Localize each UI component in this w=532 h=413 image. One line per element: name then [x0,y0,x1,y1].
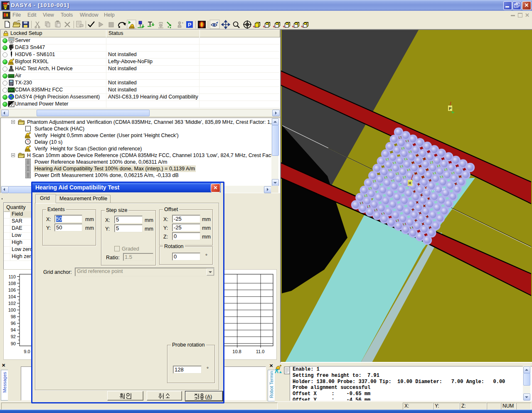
svg-text:H: H [409,181,411,186]
svg-text:9.0: 9.0 [24,349,30,354]
svg-text:110: 110 [8,274,16,279]
svg-text:P: P [449,106,452,111]
svg-text:90: 90 [11,341,16,346]
svg-text:11.0: 11.0 [256,349,265,354]
svg-text:102: 102 [8,301,16,306]
svg-text:1b: 1b [424,187,428,190]
svg-text:(A): (A) [205,394,212,400]
svg-text:100: 100 [8,307,16,312]
svg-text:94: 94 [11,327,16,332]
svg-text:P: P [188,22,192,28]
svg-text:106: 106 [8,288,16,293]
svg-text:98: 98 [11,314,16,319]
svg-text:104: 104 [8,294,16,299]
svg-text:108: 108 [8,281,16,286]
svg-text:10.8: 10.8 [232,349,241,354]
svg-text:96: 96 [11,321,16,326]
svg-text:1k: 1k [441,187,445,191]
svg-text:92: 92 [11,334,16,339]
